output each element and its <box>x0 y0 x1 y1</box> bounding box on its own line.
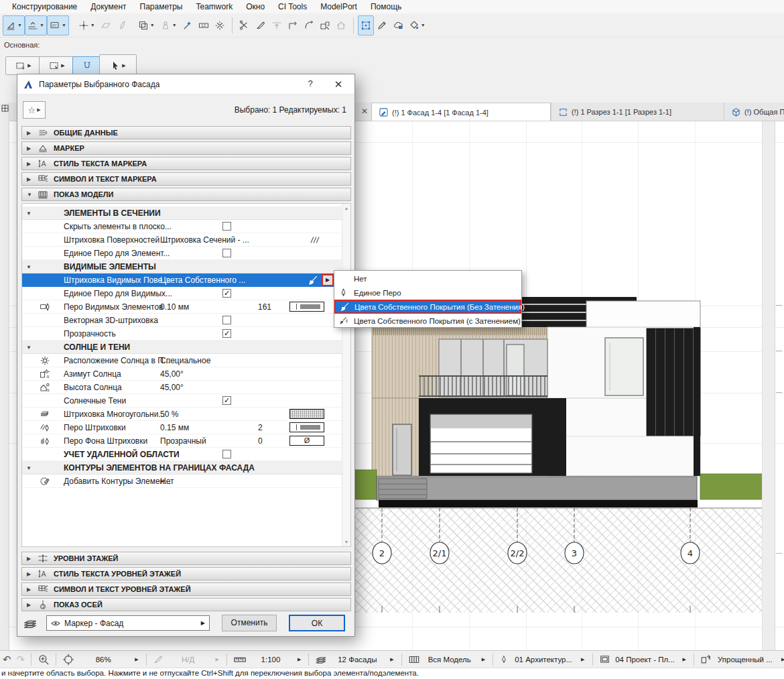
param-value[interactable]: 0.15 мм <box>160 423 189 432</box>
param-number[interactable]: 161 <box>258 302 271 312</box>
section-bar[interactable]: ▶1ПОКАЗ ОСЕЙ <box>21 598 351 611</box>
intersect-button[interactable] <box>285 15 301 36</box>
dialog-close-button[interactable]: ✕ <box>331 77 346 92</box>
param-value[interactable]: Специальное <box>160 356 210 365</box>
expand-arrow-icon[interactable]: ▶ <box>27 587 34 593</box>
menu-item-7[interactable]: ModelPort <box>314 1 364 13</box>
menu-item-2[interactable]: Документ <box>84 1 133 13</box>
markup-cloud-button[interactable] <box>390 15 406 36</box>
param-checkbox[interactable]: ✓ <box>222 396 231 405</box>
menu-option-4[interactable]: Цвета Собственного Покрытия (с Затенение… <box>334 314 521 328</box>
menu-item-1[interactable]: Конструирование <box>5 1 84 13</box>
extend-button[interactable] <box>269 15 285 36</box>
pen-set-value[interactable]: 01 Архитектур... <box>511 656 576 664</box>
expand-arrow-icon[interactable]: ▶ <box>27 130 34 136</box>
orientation-value[interactable]: Н/Д <box>166 656 210 664</box>
param-value[interactable]: 45,00° <box>160 369 184 379</box>
param-row[interactable]: Штриховка Поверхностей ...Штриховка Сече… <box>22 233 343 247</box>
dropdown-arrow-icon[interactable]: ▼ <box>172 23 177 27</box>
ok-button[interactable]: ОК <box>289 615 345 631</box>
view-tab-1[interactable]: (!) 1 Фасад 1-4 [1 Фасад 1-4] <box>371 103 551 121</box>
param-number[interactable]: 0 <box>258 436 263 446</box>
section-bar[interactable]: ▶УРОВНИ ЭТАЖЕЙ <box>21 552 351 565</box>
tab-close-button[interactable]: ✕ <box>359 107 370 117</box>
layout-value[interactable]: 04 Проект - Пл... <box>613 656 677 664</box>
param-value[interactable]: Штриховка Сечений - ... <box>160 235 249 245</box>
param-row[interactable]: УЧЕТ УДАЛЕННОЙ ОБЛАСТИ <box>22 448 343 461</box>
scale-value[interactable]: 1:100 <box>249 656 292 664</box>
subsection-row[interactable]: ▼ЭЛЕМЕНТЫ В СЕЧЕНИИ <box>22 206 343 220</box>
fillet-button[interactable] <box>301 15 317 36</box>
undo-button[interactable]: ↶ <box>3 654 11 666</box>
fit-in-window-button[interactable] <box>62 654 74 666</box>
annotate-button[interactable] <box>374 15 390 36</box>
section-bar[interactable]: ▶ОБЩИЕ ДАННЫЕ <box>21 126 351 139</box>
param-value[interactable]: 50 % <box>160 410 178 419</box>
menu-option-3[interactable]: Цвета Собственного Покрытия (Без Затенен… <box>334 300 521 314</box>
menu-option-2[interactable]: Единое Перо <box>334 286 521 300</box>
explode-button[interactable] <box>212 15 228 36</box>
param-value[interactable]: Цвета Собственного ... <box>160 275 245 285</box>
expand-arrow-icon[interactable]: ▶ <box>27 161 34 167</box>
home-button[interactable] <box>333 15 349 36</box>
pen-color-preview[interactable] <box>289 422 324 432</box>
pen-color-preview[interactable] <box>289 302 324 312</box>
section-bar[interactable]: ▶МАРКЕР <box>21 141 351 155</box>
param-checkbox[interactable] <box>222 316 231 324</box>
transform-button[interactable] <box>358 15 374 36</box>
expand-arrow-icon[interactable]: ▶ <box>27 176 34 182</box>
param-row[interactable]: αВысота Солнца45,00° <box>22 381 343 394</box>
param-checkbox[interactable]: ✓ <box>222 289 231 298</box>
cancel-button[interactable]: Отменить <box>222 615 277 631</box>
adjust-button[interactable] <box>253 15 269 36</box>
leaf-tool-button[interactable] <box>114 15 130 36</box>
param-number[interactable]: 2 <box>258 423 263 432</box>
view-tab-2[interactable]: (!) 1 Разрез 1-1 [1 Разрез 1-1] <box>551 103 724 121</box>
subsection-row[interactable]: ▼ВИДИМЫЕ ЭЛЕМЕНТЫ <box>22 260 343 273</box>
param-checkbox[interactable]: ✓ <box>222 329 231 338</box>
param-row[interactable]: Прозрачность✓ <box>22 327 343 341</box>
selection-rect-button[interactable]: ▶ <box>39 56 75 75</box>
collapse-arrow-icon[interactable]: ▼ <box>26 345 31 351</box>
section-bar[interactable]: ▶AСТИЛЬ ТЕКСТА УРОВНЕЙ ЭТАЖЕЙ <box>21 567 351 580</box>
expand-arrow-icon[interactable]: ▶ <box>27 602 34 608</box>
param-checkbox[interactable] <box>222 450 231 458</box>
expand-arrow-icon[interactable]: ▶ <box>27 145 34 151</box>
zoom-level-value[interactable]: 86% <box>77 656 129 664</box>
marker-layer-combo[interactable]: Маркер - Фасад ▶ <box>46 615 210 631</box>
collapse-arrow-icon[interactable]: ▼ <box>26 210 31 217</box>
menu-item-6[interactable]: CI Tools <box>271 1 314 13</box>
zoom-in-button[interactable] <box>38 654 50 666</box>
structure-display-value[interactable]: Вся Модель <box>423 656 476 664</box>
dialog-help-button[interactable]: ? <box>304 78 316 90</box>
section-expanded-bar[interactable]: ▼ПОКАЗ МОДЕЛИ <box>21 188 351 201</box>
dropdown-arrow-icon[interactable]: ▼ <box>90 23 95 27</box>
param-row[interactable]: Добавить Контуры Элемен...Нет <box>22 475 343 488</box>
subsection-row[interactable]: ▼КОНТУРЫ ЭЛЕМЕНТОВ НА ГРАНИЦАХ ФАСАДА <box>22 461 343 475</box>
dimension-button[interactable]: 12 <box>196 15 212 36</box>
layer-value[interactable]: 12 Фасады <box>330 656 385 664</box>
redo-button[interactable]: ↷ <box>17 654 25 666</box>
param-checkbox[interactable] <box>222 249 231 257</box>
hatch-fill-preview[interactable] <box>289 409 324 419</box>
hatch-icon[interactable] <box>310 235 320 245</box>
surface-paint-button[interactable]: ▼ <box>406 15 428 36</box>
param-checkbox[interactable] <box>222 222 231 231</box>
menu-item-3[interactable]: Параметры <box>133 1 190 13</box>
collapse-arrow-icon[interactable]: ▼ <box>27 192 34 198</box>
menu-item-4[interactable]: Teamwork <box>190 1 240 13</box>
param-row[interactable]: Штриховка Видимых Пове...Цвета Собственн… <box>22 273 343 287</box>
plane-tool-button[interactable] <box>98 15 114 36</box>
param-row[interactable]: Перо Штриховки0.15 мм2 <box>22 421 343 434</box>
dropdown-arrow-icon[interactable]: ▼ <box>421 23 426 27</box>
offset-polygon-button[interactable]: ▼ <box>135 15 157 36</box>
gravity-tool-button[interactable]: ▼ <box>157 15 180 36</box>
menu-item-5[interactable]: Окно <box>239 1 271 13</box>
section-bar[interactable]: ▶AСТИЛЬ ТЕКСТА МАРКЕРА <box>21 157 351 170</box>
favorites-button[interactable]: ☆▶ <box>23 101 46 119</box>
coordinates-tool-button[interactable]: XY▼ <box>47 15 69 36</box>
menu-item-8[interactable]: Помощь <box>364 1 408 13</box>
menu-option-1[interactable]: Нет <box>334 271 521 286</box>
offset-tool-button[interactable]: ▼ <box>25 15 47 36</box>
resize-button[interactable] <box>317 15 333 36</box>
